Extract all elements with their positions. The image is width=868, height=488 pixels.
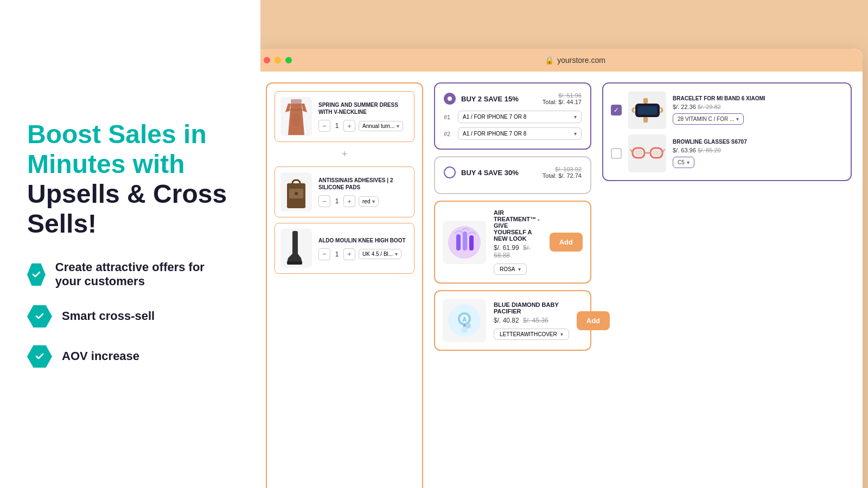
qty-increase-1[interactable]: + <box>343 120 355 132</box>
product-card-3: ALDO MOULIN KNEE HIGH BOOT − 1 + UK 4.5 … <box>275 223 414 274</box>
svg-point-2 <box>292 113 301 126</box>
hero-title-teal: Boost Sales in Minutes with <box>27 120 207 178</box>
bundle-header-1: BUY 2 SAVE 15% $/. 51.96 Total: $/. 44.1… <box>444 92 582 105</box>
bundle-option-row-1: #1 A1 / FOR IPHONE 7 OR 8 <box>444 111 582 123</box>
variant-select-1[interactable]: Annual turn... <box>359 121 403 131</box>
feature-text-2: Smart cross-sell <box>62 309 155 323</box>
svg-rect-6 <box>292 231 298 255</box>
upsell-card-2: A BLUE DIAMOND BABY PACIFIER $/. 40.82 $… <box>434 290 591 351</box>
quantity-row-1: − 1 + Annual turn... <box>318 120 409 132</box>
checklist-chevron-2 <box>687 159 690 165</box>
quantity-row-2: − 1 + red <box>318 195 409 207</box>
chevron-icon-3 <box>395 251 398 257</box>
chevron-icon-2 <box>372 198 375 204</box>
browser-content: SPRING AND SUMMER DRESS WITH V-NECKLINE … <box>260 72 863 488</box>
upsell-image-1 <box>443 221 486 264</box>
bundle-card-1[interactable]: BUY 2 SAVE 15% $/. 51.96 Total: $/. 44.1… <box>434 82 591 150</box>
feature-item-1: Create attractive offers for your custom… <box>27 260 233 288</box>
pacifier-svg: A <box>445 301 483 339</box>
upsell-select-1[interactable]: ROSA <box>494 264 527 275</box>
svg-rect-22 <box>643 98 648 104</box>
svg-rect-1 <box>288 109 304 111</box>
checklist-product-info-1: BRACELET FOR MI BAND 6 XIAOMI $/. 22.36 … <box>673 95 843 125</box>
hero-title-dark: Upsells & Cross Sells! <box>27 179 227 238</box>
browser-address-bar: 🔒 yourstore.com <box>296 56 854 65</box>
svg-rect-9 <box>456 234 461 251</box>
qty-increase-3[interactable]: + <box>343 248 355 260</box>
bundle-options-1: #1 A1 / FOR IPHONE 7 OR 8 #2 A1 / FOR IP… <box>444 111 582 140</box>
checklist-item-2: BROWLINE GLASSES S6707 $/. 63.96 $/. 85.… <box>611 134 843 172</box>
bundle-radio-1[interactable] <box>444 93 456 105</box>
checklist-price-1: $/. 22.36 $/. 29.82 <box>673 104 843 110</box>
upsell-info-1: AIR TREATMENT™ - GIVE YOURSELF A NEW LOO… <box>494 209 542 275</box>
qty-decrease-1[interactable]: − <box>318 120 330 132</box>
bundle-card-2[interactable]: BUY 4 SAVE 30% $/. 103.92 Total: $/. 72.… <box>434 156 591 194</box>
variant-select-2[interactable]: red <box>359 196 379 207</box>
product-name-3: ALDO MOULIN KNEE HIGH BOOT <box>318 237 409 244</box>
product-card-2: ANTISSINAIS ADHESIVES | 2 SILICONE PADS … <box>275 166 414 217</box>
bundle-prices-2: $/. 103.92 Total: $/. 72.74 <box>542 166 582 179</box>
glasses-svg <box>630 136 665 171</box>
bundle-title-2: BUY 4 SAVE 30% <box>461 169 519 177</box>
variant-select-3[interactable]: UK 4.5 / Bl... <box>359 249 401 259</box>
upsell-select-2[interactable]: LETTERAWITHCOVER <box>494 329 569 340</box>
checklist-product-image-2 <box>628 134 666 172</box>
checklist-select-1[interactable]: 28 VITAMIN C / FOR ... <box>673 113 744 125</box>
lock-icon: 🔒 <box>545 56 554 65</box>
browser-titlebar: 🔒 yourstore.com <box>260 49 863 72</box>
left-panel: Boost Sales in Minutes with Upsells & Cr… <box>0 0 260 488</box>
browser-url: yourstore.com <box>557 56 605 65</box>
qty-decrease-2[interactable]: − <box>318 195 330 207</box>
check-icon-3 <box>34 351 45 362</box>
upsell-chevron-1 <box>518 266 521 272</box>
qty-value-3: 1 <box>334 251 340 258</box>
feature-item-3: AOV increase <box>27 344 233 369</box>
bundle-column: BUY 2 SAVE 15% $/. 51.96 Total: $/. 44.1… <box>434 82 591 488</box>
crosssell-column: ✓ <box>602 82 852 488</box>
chevron-icon-1 <box>397 123 399 129</box>
quantity-row-3: − 1 + UK 4.5 / Bl... <box>318 248 409 260</box>
svg-rect-23 <box>643 117 648 123</box>
band-svg <box>630 93 665 128</box>
browser-dot-red <box>264 57 270 63</box>
checklist-card: ✓ <box>602 82 852 181</box>
upsell-image-2: A <box>443 299 486 342</box>
checkbox-1[interactable]: ✓ <box>611 105 622 115</box>
bundle-prices-1: $/. 51.96 Total: $/. 44.17 <box>542 92 582 105</box>
svg-rect-21 <box>639 107 656 114</box>
option-dropdown-2[interactable]: A1 / FOR IPHONE 7 OR 8 <box>458 127 582 140</box>
add-button-1[interactable]: Add <box>550 233 583 252</box>
bundle-header-2: BUY 4 SAVE 30% $/. 103.92 Total: $/. 72.… <box>444 166 582 179</box>
air-treatment-svg <box>445 223 483 261</box>
product-image-1 <box>280 97 312 136</box>
check-icon-2 <box>34 311 45 322</box>
upsell-chevron-2 <box>560 331 563 337</box>
product-name-1: SPRING AND SUMMER DRESS WITH V-NECKLINE <box>318 101 409 115</box>
bundle-radio-2[interactable] <box>444 166 456 178</box>
dropdown-chevron-1 <box>574 114 577 120</box>
feature-text-1: Create attractive offers for your custom… <box>55 260 233 288</box>
qty-increase-2[interactable]: + <box>343 195 355 207</box>
svg-rect-27 <box>652 150 661 156</box>
bundle-total-1: Total: $/. 44.17 <box>542 99 582 105</box>
bundle-title-1: BUY 2 SAVE 15% <box>461 95 519 103</box>
svg-point-5 <box>295 192 298 195</box>
option-dropdown-1[interactable]: A1 / FOR IPHONE 7 OR 8 <box>458 111 582 123</box>
svg-point-18 <box>465 323 471 329</box>
feature-badge-3 <box>27 344 52 369</box>
feature-badge-2 <box>27 304 52 329</box>
product-info-3: ALDO MOULIN KNEE HIGH BOOT − 1 + UK 4.5 … <box>318 237 409 260</box>
svg-rect-0 <box>291 99 302 104</box>
qty-decrease-3[interactable]: − <box>318 248 330 260</box>
product-image-2 <box>280 172 312 211</box>
checklist-chevron-1 <box>736 116 739 122</box>
checklist-select-2[interactable]: C5 <box>673 157 694 168</box>
checkbox-2[interactable] <box>611 148 622 159</box>
checklist-price-2: $/. 63.96 $/. 85.20 <box>673 147 843 153</box>
features-list: Create attractive offers for your custom… <box>27 260 233 369</box>
bag-svg <box>283 174 310 210</box>
hero-title: Boost Sales in Minutes with Upsells & Cr… <box>27 119 233 239</box>
svg-rect-11 <box>469 235 474 251</box>
option-num-1: #1 <box>444 114 454 120</box>
option-num-2: #2 <box>444 131 454 137</box>
